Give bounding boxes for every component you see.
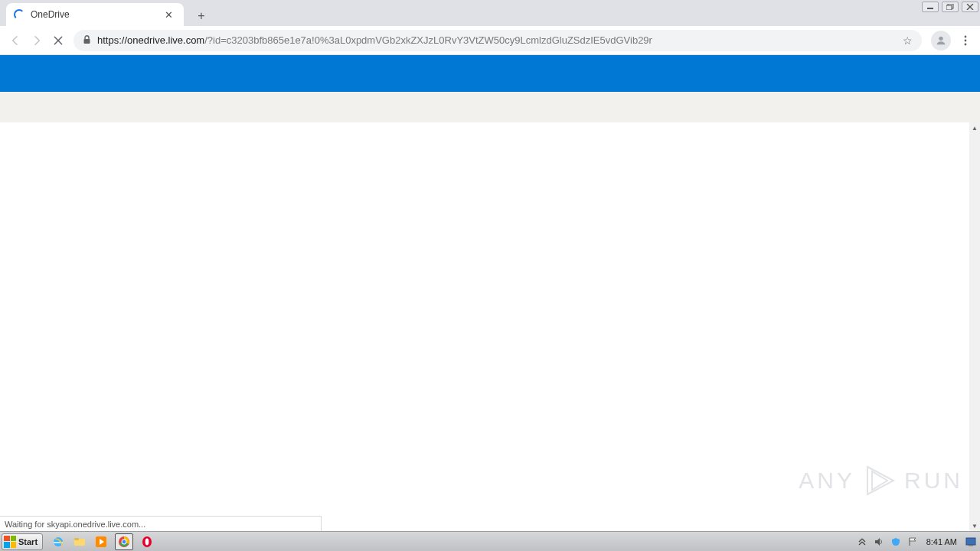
browser-tabstrip: OneDrive ✕ + <box>0 14 980 26</box>
lock-icon <box>83 35 91 46</box>
svg-rect-22 <box>969 545 973 546</box>
browser-tab-active[interactable]: OneDrive ✕ <box>6 3 184 26</box>
system-tray: 8:41 AM <box>856 536 980 548</box>
taskbar-explorer-icon[interactable] <box>72 534 87 549</box>
svg-point-5 <box>965 35 967 37</box>
url-scheme: https:// <box>97 34 127 46</box>
onedrive-header-bar <box>0 55 980 92</box>
tray-shield-icon[interactable] <box>890 536 902 548</box>
svg-rect-12 <box>74 538 79 540</box>
svg-rect-21 <box>966 538 975 545</box>
windows-taskbar: Start <box>0 531 980 551</box>
loading-spinner-icon <box>14 9 24 20</box>
onedrive-command-bar <box>0 92 980 122</box>
taskbar-opera-icon[interactable] <box>139 534 155 549</box>
svg-point-17 <box>122 540 126 543</box>
browser-toolbar: https://onedrive.live.com/?id=c3203bfb86… <box>0 26 980 55</box>
nav-forward-button[interactable] <box>26 30 47 51</box>
taskbar-ie-icon[interactable] <box>51 534 66 549</box>
taskbar-media-icon[interactable] <box>93 534 109 549</box>
svg-rect-0 <box>927 8 933 9</box>
tray-chevron-icon[interactable] <box>856 536 868 548</box>
tab-title: OneDrive <box>31 9 162 20</box>
new-tab-button[interactable]: + <box>191 6 211 26</box>
svg-marker-20 <box>875 538 880 546</box>
address-bar[interactable]: https://onedrive.live.com/?id=c3203bfb86… <box>74 30 922 51</box>
url-host: onedrive.live.com <box>127 34 204 46</box>
window-frame: OneDrive ✕ + https://onedrive.live.com/?… <box>0 0 980 551</box>
window-minimize-button[interactable] <box>922 2 939 12</box>
tab-close-button[interactable]: ✕ <box>162 8 176 22</box>
window-controls <box>922 2 978 12</box>
svg-rect-2 <box>946 5 952 10</box>
start-button[interactable]: Start <box>2 533 43 550</box>
scroll-track[interactable] <box>969 133 980 520</box>
page-content: ▲ ▼ ANY RUN <box>0 55 980 531</box>
quick-launch <box>51 533 155 550</box>
scroll-up-arrow-icon[interactable]: ▲ <box>969 122 980 133</box>
nav-stop-button[interactable] <box>47 30 69 51</box>
start-label: Start <box>18 537 38 546</box>
url-path: /?id=c3203bfb865e1e7a!0%3aL0xpdmVGb2xkZX… <box>204 34 652 46</box>
profile-avatar-button[interactable] <box>931 31 951 51</box>
windows-logo-icon <box>4 536 16 548</box>
nav-back-button[interactable] <box>5 30 26 51</box>
status-text: Waiting for skyapi.onedrive.live.com... <box>5 520 145 529</box>
scroll-down-arrow-icon[interactable]: ▼ <box>969 520 980 531</box>
browser-menu-button[interactable] <box>956 31 975 51</box>
svg-point-19 <box>145 538 149 545</box>
taskbar-chrome-icon[interactable] <box>115 533 133 550</box>
window-restore-button[interactable] <box>942 2 959 12</box>
vertical-scrollbar[interactable]: ▲ ▼ <box>969 122 980 531</box>
tray-show-desktop-icon[interactable] <box>965 536 977 548</box>
page-body <box>0 122 969 531</box>
svg-rect-3 <box>84 39 90 44</box>
browser-status-bar: Waiting for skyapi.onedrive.live.com... <box>0 516 322 531</box>
svg-point-7 <box>965 43 967 45</box>
tray-volume-icon[interactable] <box>873 536 885 548</box>
tray-clock[interactable]: 8:41 AM <box>923 537 960 546</box>
svg-point-6 <box>965 39 967 41</box>
tray-flag-icon[interactable] <box>906 536 919 548</box>
svg-point-4 <box>939 36 942 40</box>
window-close-button[interactable] <box>962 2 978 12</box>
bookmark-star-icon[interactable]: ☆ <box>903 34 913 47</box>
